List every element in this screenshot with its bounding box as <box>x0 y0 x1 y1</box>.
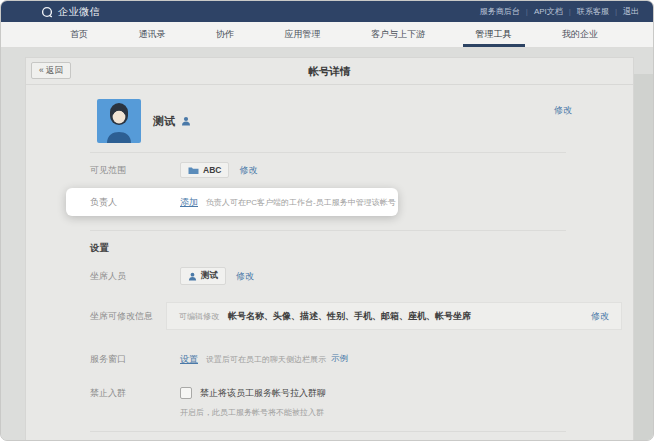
tab-label: 应用管理 <box>285 28 321 41</box>
visible-range-chip: ABC <box>180 162 229 178</box>
tab-label: 管理工具 <box>476 28 512 41</box>
back-chevron-icon: « <box>39 65 44 75</box>
owner-row-spotlight: 负责人 添加 负责人可在PC客户端的工作台-员工服务中管理该帐号 <box>66 188 398 216</box>
no-group-hint-row: 开启后，此员工服务帐号将不能被拉入群 <box>26 405 633 419</box>
topbar-link-api-docs[interactable]: API文档 <box>534 6 563 17</box>
back-button-label: 返回 <box>46 65 63 75</box>
agent-edit-prefix: 可编辑修改 <box>179 311 219 322</box>
wecom-logo-icon <box>41 6 53 18</box>
no-group-hint: 开启后，此员工服务帐号将不能被拉入群 <box>180 407 324 418</box>
visible-range-row: 可见范围 ABC 修改 <box>26 159 633 181</box>
service-window-set-link[interactable]: 设置 <box>180 353 198 366</box>
vertical-scrollbar[interactable] <box>634 74 653 441</box>
topbar-link-provider[interactable]: 服务商后台 <box>480 6 520 17</box>
no-group-label: 禁止入群 <box>90 387 180 400</box>
visible-range-modify-link[interactable]: 修改 <box>239 164 257 177</box>
profile-modify-link[interactable]: 修改 <box>554 104 572 117</box>
settings-section-title: 设置 <box>90 242 109 255</box>
agent-edit-band: 可编辑修改 帐号名称、头像、描述、性别、手机、邮箱、座机、帐号坐席 修改 <box>166 302 622 330</box>
tab-label: 协作 <box>216 28 234 41</box>
no-group-option-label: 禁止将该员工服务帐号拉入群聊 <box>200 387 326 400</box>
owner-label: 负责人 <box>90 196 180 209</box>
service-window-example-link[interactable]: 示例 <box>331 353 348 365</box>
account-avatar <box>97 99 141 143</box>
visible-range-label: 可见范围 <box>90 164 180 177</box>
separator: | <box>569 7 571 16</box>
agent-chip: 测试 <box>180 267 226 285</box>
agent-value: 测试 <box>201 270 218 282</box>
topbar-links: 服务商后台 | API文档 | 联系客服 | 退出 <box>480 6 639 17</box>
tab-label: 通讯录 <box>139 28 166 41</box>
topbar: 企业微信 服务商后台 | API文档 | 联系客服 | 退出 <box>1 1 653 22</box>
tab-home[interactable]: 首页 <box>57 22 101 47</box>
separator: | <box>526 7 528 16</box>
tab-label: 我的企业 <box>562 28 598 41</box>
tab-customers[interactable]: 客户与上下游 <box>358 22 438 47</box>
tab-contacts[interactable]: 通讯录 <box>126 22 179 47</box>
topbar-link-support[interactable]: 联系客服 <box>577 6 609 17</box>
brand: 企业微信 <box>41 5 100 19</box>
person-icon <box>181 116 191 126</box>
app-window: 企业微信 服务商后台 | API文档 | 联系客服 | 退出 首页 通讯录 协作… <box>0 0 654 441</box>
owner-hint: 负责人可在PC客户端的工作台-员工服务中管理该帐号 <box>206 197 396 208</box>
tab-app-management[interactable]: 应用管理 <box>272 22 334 47</box>
agent-edit-modify-link[interactable]: 修改 <box>591 310 609 323</box>
service-window-hint: 设置后可在员工的聊天侧边栏展示 <box>206 354 326 365</box>
main-nav: 首页 通讯录 协作 应用管理 客户与上下游 管理工具 我的企业 <box>1 22 653 48</box>
divider <box>90 152 566 153</box>
brand-name: 企业微信 <box>58 5 100 19</box>
agent-modify-link[interactable]: 修改 <box>236 270 254 283</box>
service-window-row: 服务窗口 设置 设置后可在员工的聊天侧边栏展示 示例 <box>26 348 633 370</box>
tab-my-company[interactable]: 我的企业 <box>549 22 611 47</box>
divider <box>90 431 566 432</box>
no-group-row: 禁止入群 禁止将该员工服务帐号拉入群聊 <box>26 385 633 401</box>
divider <box>90 230 566 231</box>
back-button[interactable]: « 返回 <box>31 62 71 79</box>
account-detail-panel: 帐号详情 « 返回 测试 <box>25 57 634 441</box>
service-window-label: 服务窗口 <box>90 353 180 366</box>
separator: | <box>615 7 617 16</box>
tab-collaboration[interactable]: 协作 <box>203 22 247 47</box>
page-body: 帐号详情 « 返回 测试 <box>1 48 653 441</box>
folder-icon <box>188 166 199 175</box>
agent-label: 坐席人员 <box>90 270 180 283</box>
account-name: 测试 <box>153 114 175 129</box>
tab-label: 首页 <box>70 28 88 41</box>
tab-admin-tools[interactable]: 管理工具 <box>463 22 525 47</box>
tab-label: 客户与上下游 <box>371 28 425 41</box>
page-title: 帐号详情 <box>26 58 633 85</box>
visible-range-value: ABC <box>203 165 221 175</box>
no-group-checkbox[interactable] <box>180 387 192 399</box>
agent-edit-fields: 帐号名称、头像、描述、性别、手机、邮箱、座机、帐号坐席 <box>228 310 582 323</box>
owner-add-link[interactable]: 添加 <box>180 196 198 209</box>
person-icon <box>188 272 197 281</box>
topbar-link-logout[interactable]: 退出 <box>623 6 639 17</box>
agent-row: 坐席人员 测试 修改 <box>26 265 633 287</box>
panel-header: 帐号详情 « 返回 <box>26 58 633 85</box>
